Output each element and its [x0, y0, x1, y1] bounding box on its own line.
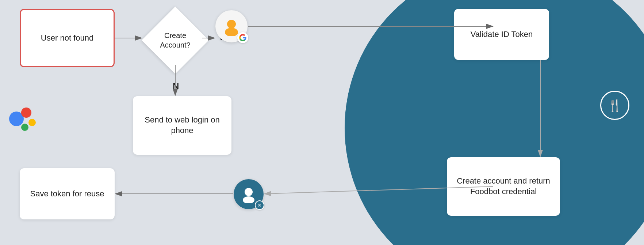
svg-point-7	[243, 196, 254, 203]
diamond-label: Create Account?	[157, 31, 193, 50]
svg-point-4	[227, 20, 236, 29]
diagram-container: User not found Send to web login on phon…	[0, 0, 644, 245]
svg-point-5	[225, 28, 238, 36]
user-not-found-label: User not found	[41, 33, 93, 44]
user-not-found-box: User not found	[20, 9, 115, 67]
create-account-diamond: Create Account?	[142, 7, 208, 73]
send-to-web-box: Send to web login on phone	[133, 96, 231, 155]
svg-point-6	[245, 188, 253, 196]
svg-point-1	[21, 108, 31, 118]
create-account-box: Create account and return Foodbot creden…	[447, 157, 560, 216]
google-avatar-icon	[215, 10, 248, 42]
fork-knife-icon: 🍴	[600, 91, 629, 120]
save-token-box: Save token for reuse	[20, 168, 115, 219]
send-to-web-label: Send to web login on phone	[133, 115, 231, 136]
save-token-label: Save token for reuse	[30, 189, 104, 199]
google-assistant-icon	[7, 102, 40, 135]
validate-id-label: Validate ID Token	[471, 29, 533, 40]
svg-point-2	[28, 119, 36, 126]
svg-point-3	[21, 124, 28, 131]
foodbot-user-icon: ✕	[234, 179, 264, 209]
create-account-label: Create account and return Foodbot creden…	[447, 176, 560, 197]
no-label: N	[173, 81, 179, 91]
validate-id-box: Validate ID Token	[454, 9, 549, 60]
